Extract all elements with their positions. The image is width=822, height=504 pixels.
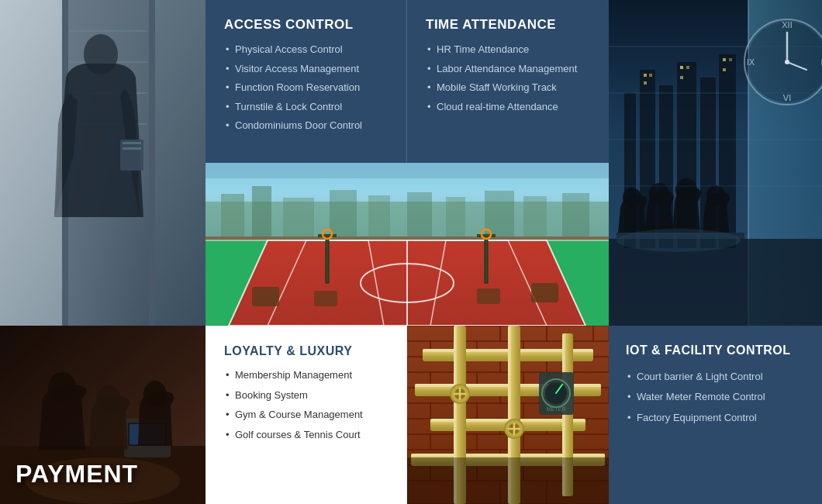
time-attendance-list: • HR Time Attendance • Labor Attendance … (426, 43, 590, 113)
payment-section: PAYMENT (0, 326, 206, 504)
svg-rect-13 (155, 0, 206, 326)
svg-rect-62 (680, 76, 683, 79)
list-item: • Mobile Staff Working Track (426, 81, 590, 95)
access-control-list: • Physical Access Control • Visitor Acce… (224, 43, 388, 133)
list-item: • Labor Attendance Management (426, 62, 590, 76)
svg-rect-10 (123, 142, 141, 144)
top-center-panel: ACCESS CONTROL • Physical Access Control… (206, 0, 609, 326)
list-item: • Water Meter Remote Control (626, 390, 805, 404)
svg-rect-20 (368, 195, 390, 240)
svg-rect-71 (609, 239, 822, 326)
svg-rect-35 (326, 236, 329, 283)
court-photo (206, 163, 609, 326)
access-control-section: ACCESS CONTROL • Physical Access Control… (206, 0, 407, 163)
svg-rect-19 (330, 190, 357, 240)
svg-rect-23 (485, 191, 514, 240)
svg-rect-44 (477, 288, 500, 304)
svg-text:XII: XII (782, 20, 792, 29)
time-attendance-title: TIME ATTENDANCE (426, 17, 590, 33)
svg-rect-11 (123, 147, 141, 150)
svg-rect-64 (729, 58, 732, 61)
svg-rect-21 (407, 192, 432, 240)
time-attendance-section: TIME ATTENDANCE • HR Time Attendance • L… (407, 0, 609, 163)
svg-rect-65 (723, 68, 726, 71)
svg-rect-60 (680, 66, 683, 69)
svg-rect-38 (485, 236, 488, 283)
svg-rect-18 (283, 198, 314, 240)
list-item: • Factory Equipment Control (626, 411, 805, 425)
svg-rect-24 (523, 196, 547, 240)
list-item: • Turnstile & Lock Control (224, 100, 388, 114)
svg-rect-3 (149, 0, 155, 326)
svg-point-85 (785, 60, 789, 64)
svg-rect-42 (531, 283, 558, 302)
svg-text:IX: IX (747, 57, 755, 67)
list-item: • HR Time Attendance (426, 43, 590, 57)
top-right-photo: XII III VI IX (609, 0, 822, 326)
svg-rect-61 (686, 66, 689, 69)
svg-rect-58 (649, 74, 652, 77)
svg-rect-59 (644, 81, 647, 85)
svg-rect-12 (0, 0, 62, 326)
svg-rect-57 (644, 74, 647, 77)
svg-rect-36 (318, 234, 337, 237)
list-item: • Visitor Access Management (224, 62, 388, 76)
list-item: • Cloud real-time Attendance (426, 100, 590, 114)
svg-rect-17 (252, 186, 271, 240)
svg-rect-25 (562, 193, 589, 240)
loyalty-luxury-title: LOYALTY & LUXURY (224, 343, 388, 358)
list-item: • Golf courses & Tennis Court (224, 428, 388, 442)
payment-label: PAYMENT (16, 460, 138, 488)
svg-rect-41 (252, 287, 279, 306)
svg-text:VI: VI (783, 93, 791, 102)
person-silhouette-svg (0, 0, 206, 326)
list-item: • Condominiums Door Control (224, 119, 388, 133)
svg-rect-169 (407, 457, 609, 504)
svg-rect-47 (206, 163, 609, 178)
iot-facility-title: IOT & FACILITY CONTROL (626, 343, 805, 359)
access-control-title: ACCESS CONTROL (224, 17, 388, 33)
loyalty-luxury-section: LOYALTY & LUXURY • Membership Management… (206, 326, 407, 504)
svg-rect-63 (723, 58, 726, 61)
list-item: • Court barrier & Light Control (626, 370, 805, 384)
list-item: • Gym & Course Management (224, 408, 388, 422)
iot-facility-section: IOT & FACILITY CONTROL • Court barrier &… (609, 326, 822, 504)
pipe-svg: METER (407, 326, 609, 504)
list-item: • Function Room Reservation (224, 81, 388, 95)
info-panels-row: ACCESS CONTROL • Physical Access Control… (206, 0, 609, 163)
loyalty-luxury-list: • Membership Management • Booking System… (224, 368, 388, 441)
court-svg (206, 163, 609, 326)
svg-rect-39 (477, 234, 496, 237)
svg-point-72 (616, 229, 741, 252)
list-item: • Booking System (224, 388, 388, 402)
svg-rect-43 (314, 291, 337, 306)
iot-facility-list: • Court barrier & Light Control • Water … (626, 370, 805, 425)
top-left-photo (0, 0, 206, 326)
svg-rect-16 (221, 194, 244, 240)
list-item: • Physical Access Control (224, 43, 388, 57)
main-layout: ACCESS CONTROL • Physical Access Control… (0, 0, 822, 504)
city-silhouette-svg: XII III VI IX (609, 0, 822, 326)
pipe-photo: METER (407, 326, 609, 504)
svg-text:METER: METER (547, 406, 566, 412)
list-item: • Membership Management (224, 368, 388, 382)
svg-rect-22 (446, 197, 465, 240)
bottom-row: PAYMENT LOYALTY & LUXURY • Membership Ma… (0, 326, 822, 504)
